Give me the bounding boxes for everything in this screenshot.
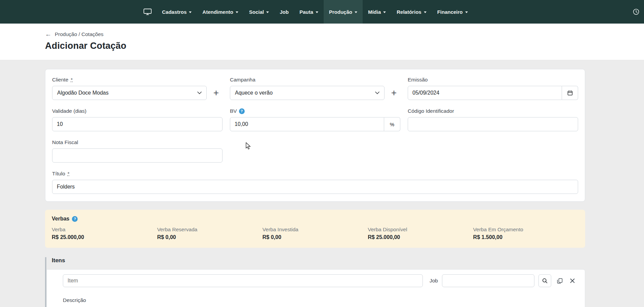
remove-item-button[interactable]	[568, 276, 577, 285]
itens-section: Itens Job	[45, 257, 585, 307]
calendar-icon	[567, 90, 573, 96]
verba-label: Verba	[52, 227, 157, 233]
caret-down-icon	[316, 11, 318, 13]
verba-orcamento-value: R$ 1.500,00	[473, 234, 578, 240]
nav-item-relatorios[interactable]: Relatórios	[391, 0, 432, 24]
copy-icon	[557, 278, 563, 284]
item-input[interactable]	[63, 274, 423, 287]
validade-label: Validade (dias)	[52, 108, 86, 114]
percent-icon: %	[390, 122, 394, 127]
cliente-select[interactable]: Algodão Doce Modas	[52, 86, 207, 100]
cliente-field: Cliente * Algodão Doce Modas +	[52, 77, 223, 100]
required-mark: *	[68, 171, 70, 177]
emissao-label: Emissão	[408, 77, 428, 83]
copy-item-button[interactable]	[555, 276, 564, 285]
verba-reservada-label: Verba Reservada	[157, 227, 262, 233]
clock-icon[interactable]	[633, 9, 639, 15]
bv-field: BV ? %	[230, 108, 400, 131]
breadcrumb: ← Produção / Cotações	[45, 31, 644, 37]
caret-down-icon	[465, 11, 468, 13]
breadcrumb-text[interactable]: Produção / Cotações	[55, 31, 104, 37]
verba-column: Verba Disponível R$ 25.000,00	[368, 227, 473, 240]
codigo-input[interactable]	[408, 117, 578, 131]
calendar-button[interactable]	[562, 86, 578, 100]
descricao-label: Descrição	[63, 297, 577, 303]
nav-item-atendimento[interactable]: Atendimento	[197, 0, 244, 24]
caret-down-icon	[266, 11, 269, 13]
monitor-icon[interactable]	[143, 8, 152, 15]
emissao-field: Emissão	[408, 77, 578, 100]
nav-item-midia[interactable]: Mídia	[363, 0, 391, 24]
verba-investida-value: R$ 0,00	[263, 234, 368, 240]
nav-item-social[interactable]: Social	[244, 0, 274, 24]
validade-field: Validade (dias)	[52, 108, 223, 131]
campanha-label: Campanha	[230, 77, 255, 83]
itens-title: Itens	[52, 257, 585, 264]
verba-orcamento-label: Verba Em Orçamento	[473, 227, 578, 233]
verbas-title: Verbas	[52, 216, 69, 222]
caret-down-icon	[355, 11, 357, 13]
add-cliente-button[interactable]: +	[210, 86, 223, 100]
codigo-label: Código Identificador	[408, 108, 454, 114]
bv-label: BV	[230, 108, 237, 114]
caret-down-icon	[236, 11, 238, 13]
nav-item-producao[interactable]: Produção	[324, 0, 363, 24]
titulo-label: Título	[52, 171, 65, 177]
campanha-select[interactable]: Aquece o verão	[230, 86, 385, 100]
page-title: Adicionar Cotação	[45, 41, 644, 51]
nota-fiscal-input[interactable]	[52, 148, 223, 163]
search-job-button[interactable]	[538, 274, 551, 287]
top-navbar: Cadastros Atendimento Social Job Pauta P…	[0, 0, 644, 24]
required-mark: *	[71, 77, 73, 83]
percent-button[interactable]: %	[384, 117, 400, 131]
caret-down-icon	[383, 11, 386, 13]
titulo-input[interactable]	[52, 180, 578, 194]
nav-item-financeiro[interactable]: Financeiro	[432, 0, 473, 24]
verba-column: Verba Investida R$ 0,00	[263, 227, 368, 240]
bv-input[interactable]	[230, 117, 384, 131]
item-card: Job	[46, 269, 585, 307]
codigo-field: Código Identificador	[408, 108, 578, 131]
caret-down-icon	[424, 11, 427, 13]
help-icon[interactable]: ?	[239, 108, 245, 114]
verba-investida-label: Verba Investida	[263, 227, 368, 233]
verba-column: Verba R$ 25.000,00	[52, 227, 157, 240]
back-arrow-icon[interactable]: ←	[45, 31, 51, 37]
cliente-label: Cliente	[52, 77, 68, 83]
verba-column: Verba Reservada R$ 0,00	[157, 227, 262, 240]
verba-value: R$ 25.000,00	[52, 234, 157, 240]
close-icon	[570, 278, 575, 283]
job-label: Job	[430, 278, 438, 284]
nav-item-cadastros[interactable]: Cadastros	[157, 0, 197, 24]
verba-reservada-value: R$ 0,00	[157, 234, 262, 240]
help-icon[interactable]: ?	[72, 216, 78, 222]
titulo-field: Título *	[52, 171, 578, 194]
verbas-panel: Verbas ? Verba R$ 25.000,00 Verba Reserv…	[45, 210, 585, 248]
nota-fiscal-field: Nota Fiscal	[52, 139, 223, 163]
caret-down-icon	[189, 11, 192, 13]
emissao-input[interactable]	[408, 86, 562, 100]
page-header: ← Produção / Cotações Adicionar Cotação	[0, 24, 644, 60]
add-campanha-button[interactable]: +	[388, 86, 400, 100]
search-icon	[542, 278, 548, 283]
nav-item-job[interactable]: Job	[274, 0, 294, 24]
verba-disponivel-label: Verba Disponível	[368, 227, 473, 233]
chevron-down-icon	[375, 92, 379, 94]
verba-column: Verba Em Orçamento R$ 1.500,00	[473, 227, 578, 240]
nota-fiscal-label: Nota Fiscal	[52, 139, 78, 145]
quotation-form-card: Cliente * Algodão Doce Modas + Campanha	[45, 69, 585, 202]
validade-input[interactable]	[52, 117, 223, 131]
campanha-field: Campanha Aquece o verão +	[230, 77, 400, 100]
job-input[interactable]	[442, 274, 534, 287]
nav-item-pauta[interactable]: Pauta	[294, 0, 324, 24]
verba-disponivel-value: R$ 25.000,00	[368, 234, 473, 240]
item-row: Job	[63, 274, 577, 287]
chevron-down-icon	[197, 92, 202, 94]
